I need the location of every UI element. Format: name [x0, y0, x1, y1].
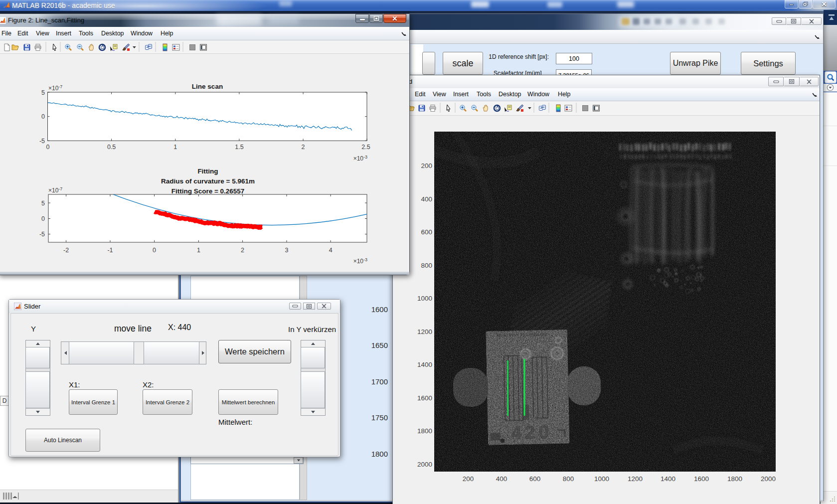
svg-text:1: 1: [173, 144, 177, 151]
svg-text:4: 4: [329, 247, 333, 254]
svg-text:5: 5: [41, 200, 45, 207]
svg-text:×10-3: ×10-3: [353, 155, 367, 162]
svg-text:Line scan: Line scan: [192, 83, 223, 90]
svg-text:0.5: 0.5: [107, 144, 116, 151]
svg-text:1: 1: [197, 247, 200, 254]
svg-text:0: 0: [41, 113, 45, 120]
svg-text:Radius of curvature = 5.961m: Radius of curvature = 5.961m: [161, 177, 255, 185]
svg-text:0: 0: [41, 215, 45, 222]
svg-text:Fitting Score = 0.26557: Fitting Score = 0.26557: [171, 187, 245, 195]
svg-text:0: 0: [153, 247, 156, 254]
svg-text:Fitting: Fitting: [197, 168, 218, 175]
svg-text:×10-3: ×10-3: [353, 257, 367, 265]
svg-text:5: 5: [41, 89, 45, 96]
svg-text:-5: -5: [39, 138, 45, 145]
svg-text:2.5: 2.5: [361, 144, 370, 151]
svg-text:-1: -1: [107, 247, 113, 254]
svg-text:2: 2: [241, 247, 244, 254]
svg-text:×10-7: ×10-7: [48, 84, 62, 92]
svg-text:3: 3: [285, 247, 289, 254]
svg-text:2: 2: [302, 144, 305, 151]
svg-text:-2: -2: [63, 247, 69, 254]
svg-text:×10-7: ×10-7: [48, 186, 62, 194]
svg-text:-5: -5: [39, 231, 45, 238]
svg-text:0: 0: [46, 144, 50, 151]
svg-text:1.5: 1.5: [235, 144, 243, 151]
